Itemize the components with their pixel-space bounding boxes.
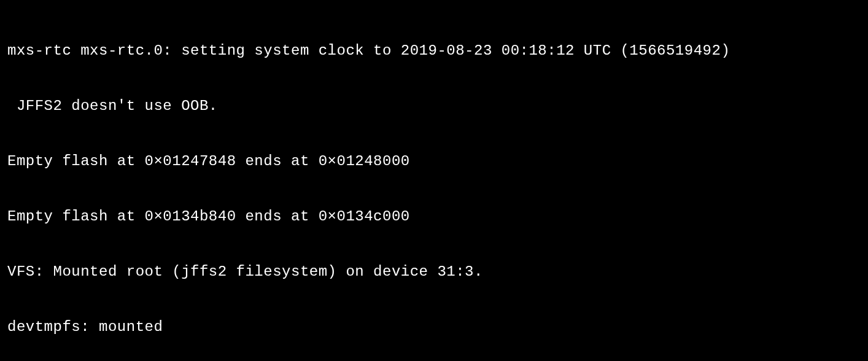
boot-log-line: JFFS2 doesn't use OOB. — [7, 97, 861, 115]
boot-log-line: Empty flash at 0×0134b840 ends at 0×0134… — [7, 208, 861, 226]
boot-log-line: Empty flash at 0×01247848 ends at 0×0124… — [7, 152, 861, 171]
boot-log-line: mxs-rtc mxs-rtc.0: setting system clock … — [7, 42, 861, 60]
boot-log-line: VFS: Mounted root (jffs2 filesystem) on … — [7, 263, 861, 281]
boot-log-line: devtmpfs: mounted — [7, 318, 861, 336]
terminal-output[interactable]: mxs-rtc mxs-rtc.0: setting system clock … — [7, 5, 861, 361]
